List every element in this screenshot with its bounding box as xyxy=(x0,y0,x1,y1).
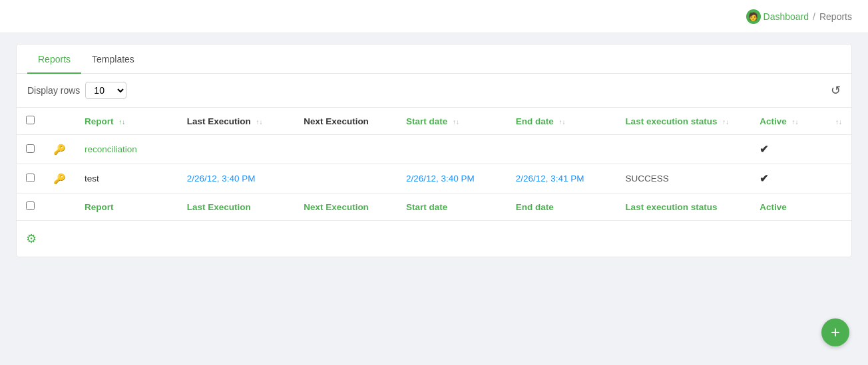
header-start-date[interactable]: Start date ↑↓ xyxy=(397,108,507,135)
active-sort-icon: ↑↓ xyxy=(791,118,798,126)
breadcrumb-current: Reports xyxy=(819,11,852,22)
tab-templates[interactable]: Templates xyxy=(81,45,145,74)
table-header-row: Report ↑↓ Last Execution ↑↓ Next Executi… xyxy=(17,108,851,135)
key-icon: 🔑 xyxy=(53,173,66,184)
header-extra[interactable]: ↑↓ xyxy=(823,108,851,135)
row1-report-name[interactable]: reconciliation xyxy=(85,144,137,154)
row2-last-exec-cell: 2/26/12, 3:40 PM xyxy=(178,164,295,193)
header-report[interactable]: Report ↑↓ xyxy=(75,108,178,135)
row1-icon-cell: 🔑 xyxy=(44,135,75,164)
dashboard-icon: 🧑 xyxy=(746,9,761,24)
footer-end-date-label: End date xyxy=(516,202,554,212)
footer-status-cell: Last execution status xyxy=(616,193,750,221)
row1-end-date-cell xyxy=(507,135,616,164)
row2-active-cell: ✔ xyxy=(750,164,823,193)
row1-status-cell xyxy=(616,135,750,164)
row2-icon-cell: 🔑 xyxy=(44,164,75,193)
row2-last-exec: 2/26/12, 3:40 PM xyxy=(187,174,256,183)
add-icon: + xyxy=(831,323,840,342)
footer-report-cell: Report xyxy=(75,193,178,221)
table-footer-row: Report Last Execution Next Execution Sta… xyxy=(17,193,851,221)
footer-status-label: Last execution status xyxy=(625,202,717,212)
display-rows-label: Display rows xyxy=(27,85,80,96)
footer-checkbox[interactable] xyxy=(26,201,35,210)
header-select-all-col xyxy=(17,108,44,135)
row2-start-date: 2/26/12, 3:40 PM xyxy=(406,174,475,183)
row1-extra-cell xyxy=(823,135,851,164)
tabs-container: Reports Templates xyxy=(17,45,851,74)
header-end-date[interactable]: End date ↑↓ xyxy=(507,108,616,135)
row2-report-name-cell: test xyxy=(75,164,178,193)
footer-last-exec-cell: Last Execution xyxy=(178,193,295,221)
row2-start-date-cell: 2/26/12, 3:40 PM xyxy=(397,164,507,193)
footer-next-exec-cell: Next Execution xyxy=(294,193,397,221)
row2-checkbox-cell xyxy=(17,164,44,193)
end-date-sort-icon: ↑↓ xyxy=(558,118,565,126)
row2-status: SUCCESS xyxy=(625,174,668,183)
row1-next-exec-cell xyxy=(294,135,397,164)
row2-extra-cell xyxy=(823,164,851,193)
header-start-date-label: Start date xyxy=(406,116,447,126)
breadcrumb-dashboard-link[interactable]: 🧑 Dashboard xyxy=(746,9,809,24)
header-last-execution-label: Last Execution xyxy=(187,116,251,126)
header-report-label: Report xyxy=(85,116,114,126)
status-sort-icon: ↑↓ xyxy=(722,118,729,126)
extra-sort-icon: ↑↓ xyxy=(835,118,842,126)
breadcrumb-separator: / xyxy=(813,11,815,22)
main-content: Reports Templates Display rows 10 25 50 … xyxy=(0,44,868,365)
row2-active-check: ✔ xyxy=(760,173,768,184)
footer-next-exec-label: Next Execution xyxy=(304,202,369,212)
tab-reports[interactable]: Reports xyxy=(27,45,81,74)
footer-start-date-label: Start date xyxy=(406,202,447,212)
row2-end-date: 2/26/12, 3:41 PM xyxy=(516,174,584,183)
footer-last-exec-label: Last Execution xyxy=(187,202,251,212)
row1-last-exec-cell xyxy=(178,135,295,164)
gear-icon: ⚙ xyxy=(26,232,37,245)
footer-icon-cell xyxy=(44,193,75,221)
row2-next-exec-cell xyxy=(294,164,397,193)
table-row: 🔑 reconciliation xyxy=(17,135,851,164)
row2-end-date-cell: 2/26/12, 3:41 PM xyxy=(507,164,616,193)
breadcrumb: 🧑 Dashboard / Reports xyxy=(746,9,852,24)
row1-start-date-cell xyxy=(397,135,507,164)
gear-row: ⚙ xyxy=(17,221,851,257)
dashboard-label: Dashboard xyxy=(763,11,809,22)
select-all-checkbox[interactable] xyxy=(26,116,35,124)
row2-status-cell: SUCCESS xyxy=(616,164,750,193)
header-active-label: Active xyxy=(760,116,787,126)
header-active[interactable]: Active ↑↓ xyxy=(750,108,823,135)
last-exec-sort-icon: ↑↓ xyxy=(256,118,262,126)
rows-per-page-select[interactable]: 10 25 50 100 xyxy=(85,82,126,99)
row2-report-name[interactable]: test xyxy=(85,174,99,183)
table-controls: Display rows 10 25 50 100 ↺ xyxy=(17,74,851,107)
row1-active-cell: ✔ xyxy=(750,135,823,164)
row2-checkbox[interactable] xyxy=(26,174,35,182)
reports-table: Report ↑↓ Last Execution ↑↓ Next Executi… xyxy=(17,107,851,257)
row1-active-check: ✔ xyxy=(760,144,768,155)
footer-active-cell: Active xyxy=(750,193,823,221)
gear-row-cell: ⚙ xyxy=(17,221,851,257)
gear-button[interactable]: ⚙ xyxy=(26,229,42,249)
header-last-execution[interactable]: Last Execution ↑↓ xyxy=(178,108,295,135)
reports-card: Reports Templates Display rows 10 25 50 … xyxy=(16,44,852,257)
footer-extra-cell xyxy=(823,193,851,221)
row1-checkbox[interactable] xyxy=(26,144,35,153)
key-icon: 🔑 xyxy=(53,144,66,155)
footer-start-date-cell: Start date xyxy=(397,193,507,221)
header-last-exec-status-label: Last execution status xyxy=(625,116,717,126)
header-next-execution-label: Next Execution xyxy=(304,116,369,126)
footer-active-label: Active xyxy=(760,202,787,212)
header-last-exec-status[interactable]: Last execution status ↑↓ xyxy=(616,108,750,135)
footer-end-date-cell: End date xyxy=(507,193,616,221)
footer-report-label: Report xyxy=(85,202,114,212)
row1-checkbox-cell xyxy=(17,135,44,164)
start-date-sort-icon: ↑↓ xyxy=(453,118,459,126)
top-bar: 🧑 Dashboard / Reports xyxy=(0,0,868,33)
table-row: 🔑 test 2/26/12, 3:40 PM 2/26/12, 3:40 PM xyxy=(17,164,851,193)
header-end-date-label: End date xyxy=(516,116,554,126)
header-icon-col xyxy=(44,108,75,135)
add-button[interactable]: + xyxy=(821,318,849,346)
refresh-button[interactable]: ↺ xyxy=(831,83,841,98)
report-sort-icon: ↑↓ xyxy=(118,118,125,126)
row1-report-name-cell: reconciliation xyxy=(75,135,178,164)
